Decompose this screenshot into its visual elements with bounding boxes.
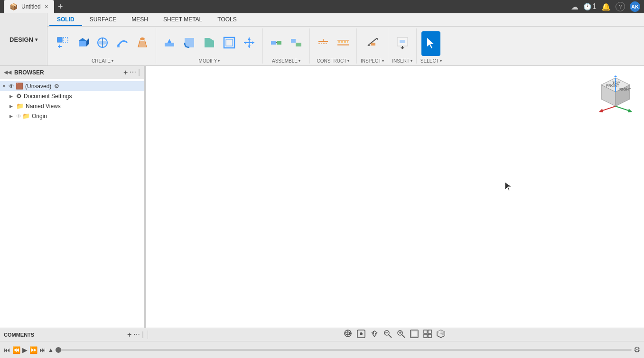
tree-item-origin[interactable]: ▶ 👁 📁 Origin xyxy=(0,111,144,121)
browser-collapse-button[interactable]: ◀◀ xyxy=(4,69,11,75)
construct-group-label[interactable]: CONSTRUCT ▾ xyxy=(317,58,350,64)
toolbar-group-create: CREATE ▾ xyxy=(49,28,156,64)
timeline-step-back-button[interactable]: ⏪ xyxy=(12,346,20,354)
grid-button[interactable] xyxy=(423,329,432,340)
chamfer-button[interactable] xyxy=(200,31,219,56)
svg-rect-18 xyxy=(224,37,234,48)
svg-rect-10 xyxy=(117,45,120,47)
assemble-group-label[interactable]: ASSEMBLE ▾ xyxy=(272,58,300,64)
offset-plane-icon xyxy=(317,36,330,51)
tab-close-button[interactable]: × xyxy=(45,3,48,10)
tab-surface[interactable]: SURFACE xyxy=(82,13,124,26)
revolve-icon xyxy=(96,36,109,51)
display-mode-button[interactable] xyxy=(410,329,419,340)
user-avatar[interactable]: AK xyxy=(630,1,640,12)
tab-actions: + xyxy=(58,2,63,12)
title-bar: 📦 Untitled × + ☁ 🕐 1 🔔 ? AK xyxy=(0,0,644,13)
comments-options-button[interactable]: ⋯ xyxy=(133,330,140,339)
timer-button[interactable]: 🕐 1 xyxy=(583,2,597,11)
tab-title: Untitled xyxy=(21,3,41,10)
select-cursor-icon xyxy=(424,36,438,51)
origin-eye-icon[interactable]: 👁 xyxy=(16,113,21,119)
browser-add-button[interactable]: + xyxy=(123,68,128,77)
timeline-track[interactable] xyxy=(56,349,632,351)
browser-options-button[interactable]: ⋯ xyxy=(130,68,136,77)
look-at-button[interactable] xyxy=(356,329,366,340)
fillet-button[interactable] xyxy=(180,31,199,56)
insert-derive-button[interactable] xyxy=(393,31,412,56)
fillet-icon xyxy=(183,36,196,51)
new-component-button[interactable] xyxy=(53,31,72,56)
root-settings-icon[interactable]: ⚙ xyxy=(54,83,59,90)
comments-add-button[interactable]: + xyxy=(127,330,131,339)
svg-rect-0 xyxy=(57,37,62,42)
midplane-button[interactable] xyxy=(334,31,353,56)
shell-button[interactable] xyxy=(220,31,239,56)
svg-marker-45 xyxy=(401,47,404,49)
namedviews-expand-arrow[interactable]: ▶ xyxy=(9,104,16,109)
tab-tools[interactable]: TOOLS xyxy=(210,13,244,26)
tree-item-named-views[interactable]: ▶ 📁 Named Views xyxy=(0,101,144,111)
select-group-label[interactable]: SELECT ▾ xyxy=(420,58,442,64)
axis-cube[interactable]: FRONT RIGHT TOP xyxy=(597,75,635,113)
timeline-fast-forward-button[interactable]: ⏭ xyxy=(39,346,46,354)
svg-rect-75 xyxy=(428,330,431,333)
midplane-icon xyxy=(336,36,350,51)
offset-plane-button[interactable] xyxy=(314,31,333,56)
tree-item-document-settings[interactable]: ▶ ⚙ Document Settings xyxy=(0,91,144,101)
revolve-button[interactable] xyxy=(93,31,112,56)
extrude-button[interactable] xyxy=(73,31,92,56)
svg-marker-51 xyxy=(599,109,603,112)
move-button[interactable] xyxy=(240,31,259,56)
cloud-icon[interactable]: ☁ xyxy=(571,2,579,11)
svg-marker-16 xyxy=(168,39,171,43)
tab-sheetmetal[interactable]: SHEET METAL xyxy=(156,13,210,26)
modify-group-label[interactable]: MODIFY ▾ xyxy=(199,58,220,64)
browser-title: BROWSER xyxy=(14,69,123,76)
tab-doc-icon: 📦 xyxy=(9,3,18,10)
tab-mesh[interactable]: MESH xyxy=(124,13,156,26)
add-tab-button[interactable]: + xyxy=(58,2,63,12)
joint-button[interactable] xyxy=(267,31,286,56)
timeline-step-forward-button[interactable]: ⏩ xyxy=(29,346,37,354)
construct-chevron-icon: ▾ xyxy=(347,59,349,63)
tree-item-root[interactable]: ▼ 👁 🟫 (Unsaved) ⚙ xyxy=(0,81,144,91)
origin-expand-arrow[interactable]: ▶ xyxy=(9,114,16,119)
sweep-button[interactable] xyxy=(113,31,132,56)
measure-button[interactable] xyxy=(363,31,382,56)
root-expand-arrow[interactable]: ▼ xyxy=(2,84,9,89)
loft-button[interactable] xyxy=(133,31,152,56)
design-mode-button[interactable]: DESIGN ▾ xyxy=(0,13,47,65)
pan-button[interactable] xyxy=(370,329,379,340)
orbit-button[interactable] xyxy=(343,329,353,340)
toolbar-tabs-and-groups: SOLID SURFACE MESH SHEET METAL TOOLS xyxy=(47,13,644,65)
view-cube-button[interactable] xyxy=(436,329,446,340)
timeline-play-button[interactable]: ▶ xyxy=(22,346,28,354)
create-group-label[interactable]: CREATE ▾ xyxy=(92,58,113,64)
tab-solid[interactable]: SOLID xyxy=(49,13,82,26)
svg-rect-73 xyxy=(411,331,417,337)
docsettings-expand-arrow[interactable]: ▶ xyxy=(9,94,16,99)
svg-rect-30 xyxy=(296,43,301,46)
document-tab[interactable]: 📦 Untitled × xyxy=(4,0,54,13)
select-button[interactable] xyxy=(421,31,440,56)
help-icon[interactable]: ? xyxy=(616,2,625,11)
eye-icon[interactable]: 👁 xyxy=(9,83,14,90)
origin-label: Origin xyxy=(32,113,47,119)
timeline-settings-button[interactable]: ⚙ xyxy=(634,345,640,354)
inspect-group-label[interactable]: INSPECT ▾ xyxy=(361,58,384,64)
namedviews-label: Named Views xyxy=(26,103,61,110)
zoom-fit-button[interactable] xyxy=(383,329,392,340)
as-built-joint-button[interactable] xyxy=(287,31,306,56)
viewport[interactable]: FRONT RIGHT TOP xyxy=(146,66,644,328)
timeline-position-marker[interactable] xyxy=(56,347,61,353)
svg-rect-1 xyxy=(63,37,68,42)
timeline-rewind-button[interactable]: ⏮ xyxy=(4,346,10,354)
press-pull-button[interactable] xyxy=(160,31,179,56)
svg-marker-43 xyxy=(400,40,405,43)
joint-icon xyxy=(270,36,283,51)
toolbar-group-assemble: ASSEMBLE ▾ xyxy=(263,28,310,64)
insert-group-label[interactable]: INSERT ▾ xyxy=(392,58,412,64)
zoom-button[interactable] xyxy=(396,329,406,340)
notification-icon[interactable]: 🔔 xyxy=(601,2,611,11)
